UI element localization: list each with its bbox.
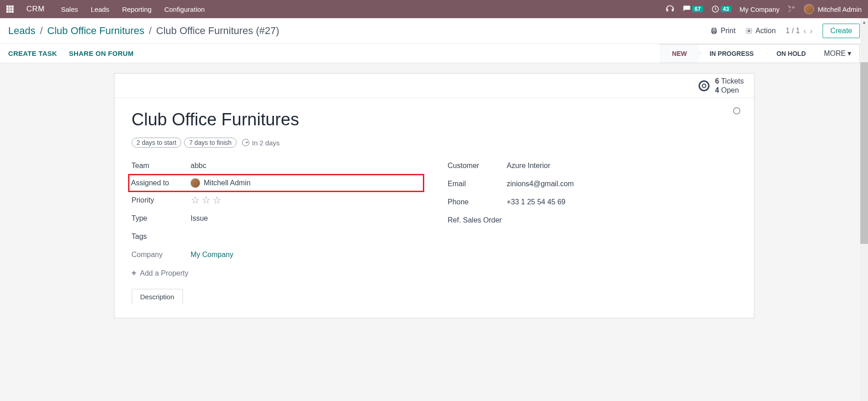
breadcrumb-mid[interactable]: Club Office Furnitures — [47, 25, 144, 37]
due-text: In 2 days — [252, 139, 280, 147]
left-column: Team abbc Assigned to Mitchell Admin Pri… — [132, 157, 421, 278]
star-icon[interactable]: ☆ — [191, 194, 200, 206]
apps-icon[interactable] — [6, 5, 14, 13]
pager: 1 / 1 ‹ › — [786, 26, 813, 36]
kanban-state-dot[interactable] — [733, 107, 740, 114]
brand[interactable]: CRM — [26, 5, 45, 14]
content: 6 Tickets 4 Open Club Office Furnitures … — [0, 63, 868, 328]
caret-down-icon: ▾ — [848, 49, 851, 58]
team-value[interactable]: abbc — [191, 162, 207, 170]
print-button[interactable]: Print — [710, 27, 735, 35]
nav-sales[interactable]: Sales — [61, 5, 78, 13]
team-label: Team — [132, 162, 191, 170]
phone-icon[interactable] — [665, 5, 675, 14]
timing-row: 2 days to start 7 days to finish In 2 da… — [132, 138, 737, 148]
field-email: Email zinions4@gmail.com — [448, 175, 737, 193]
user-menu[interactable]: Mitchell Admin — [804, 4, 862, 14]
phone-label: Phone — [448, 198, 507, 206]
company-selector[interactable]: My Company — [739, 5, 779, 13]
tags-label: Tags — [132, 233, 191, 241]
field-type: Type Issue — [132, 209, 421, 228]
field-tags: Tags — [132, 228, 421, 246]
avatar-icon — [804, 4, 814, 14]
chat-badge: 67 — [692, 6, 703, 12]
chip-days-to-start[interactable]: 2 days to start — [132, 138, 182, 148]
header-right: Print Action 1 / 1 ‹ › Create — [710, 24, 860, 38]
star-icon[interactable]: ☆ — [213, 194, 222, 206]
field-columns: Team abbc Assigned to Mitchell Admin Pri… — [132, 157, 737, 278]
topbar-right: 67 43 My Company Mitchell Admin — [665, 4, 862, 14]
breadcrumb: Leads / Club Office Furnitures / Club Of… — [8, 25, 279, 37]
clock-badge: 43 — [721, 6, 731, 12]
top-nav: Sales Leads Reporting Configuration — [61, 5, 205, 13]
clock-icon — [242, 139, 249, 146]
action-button[interactable]: Action — [745, 27, 775, 35]
scroll-thumb[interactable] — [860, 62, 868, 244]
type-value[interactable]: Issue — [191, 214, 208, 223]
tabs: Description — [132, 289, 737, 304]
assignee-name: Mitchell Admin — [204, 179, 251, 187]
clock-icon[interactable]: 43 — [711, 5, 731, 13]
stage-in-progress[interactable]: IN PROGRESS — [697, 44, 764, 63]
assigned-label: Assigned to — [131, 179, 190, 187]
pager-prev[interactable]: ‹ — [804, 26, 806, 36]
topbar-left: CRM Sales Leads Reporting Configuration — [6, 5, 205, 14]
tools-icon[interactable] — [788, 5, 796, 13]
assignee-avatar-icon — [190, 178, 200, 188]
record-title[interactable]: Club Office Furnitures — [132, 110, 737, 129]
topbar: CRM Sales Leads Reporting Configuration … — [0, 0, 868, 18]
pager-next[interactable]: › — [810, 26, 813, 36]
create-task-button[interactable]: CREATE TASK — [8, 50, 57, 57]
assigned-value[interactable]: Mitchell Admin — [190, 178, 251, 188]
priority-label: Priority — [132, 196, 191, 204]
chip-days-to-finish[interactable]: 7 days to finish — [184, 138, 236, 148]
pager-value: 1 / 1 — [786, 27, 800, 35]
stage-new[interactable]: NEW — [660, 44, 697, 63]
user-name: Mitchell Admin — [818, 5, 862, 13]
form-sheet: 6 Tickets 4 Open Club Office Furnitures … — [114, 73, 754, 318]
stage-more[interactable]: MORE▾ — [816, 44, 860, 63]
field-team: Team abbc — [132, 157, 421, 175]
sheet-top: 6 Tickets 4 Open — [114, 74, 754, 98]
action-bar: CREATE TASK SHARE ON FORUM NEW IN PROGRE… — [0, 44, 868, 63]
sheet-body: Club Office Furnitures 2 days to start 7… — [114, 98, 754, 318]
svg-point-4 — [748, 30, 750, 32]
breadcrumb-sep: / — [40, 25, 43, 37]
type-label: Type — [132, 214, 191, 223]
field-customer: Customer Azure Interior — [448, 157, 737, 175]
right-column: Customer Azure Interior Email zinions4@g… — [448, 157, 737, 278]
tab-description[interactable]: Description — [132, 289, 183, 304]
plus-icon: + — [132, 268, 137, 278]
field-priority: Priority ☆ ☆ ☆ — [132, 191, 421, 209]
ref-label: Ref. Sales Order — [448, 216, 521, 224]
breadcrumb-sep: / — [149, 25, 152, 37]
customer-value[interactable]: Azure Interior — [507, 162, 551, 170]
company-value[interactable]: My Company — [191, 251, 233, 259]
tickets-text: 6 Tickets 4 Open — [715, 77, 744, 94]
stage-on-hold[interactable]: ON HOLD — [764, 44, 816, 63]
scrollbar[interactable]: ▴ — [860, 18, 868, 328]
scroll-up-icon[interactable]: ▴ — [860, 18, 868, 26]
company-label: Company — [132, 251, 191, 259]
breadcrumb-root[interactable]: Leads — [8, 25, 35, 37]
field-company: Company My Company — [132, 246, 421, 264]
star-icon[interactable]: ☆ — [202, 194, 211, 206]
breadcrumb-current: Club Office Furnitures (#27) — [156, 25, 279, 37]
nav-leads[interactable]: Leads — [91, 5, 109, 13]
field-phone: Phone +33 1 25 54 45 69 — [448, 193, 737, 211]
action-links: CREATE TASK SHARE ON FORUM — [8, 50, 134, 57]
email-value[interactable]: zinions4@gmail.com — [507, 180, 574, 188]
nav-configuration[interactable]: Configuration — [164, 5, 205, 13]
chat-icon[interactable]: 67 — [683, 5, 703, 13]
nav-reporting[interactable]: Reporting — [122, 5, 152, 13]
add-property-button[interactable]: + Add a Property — [132, 268, 421, 278]
priority-stars[interactable]: ☆ ☆ ☆ — [191, 194, 222, 206]
field-ref-sales-order: Ref. Sales Order — [448, 211, 737, 229]
stage-bar: NEW IN PROGRESS ON HOLD MORE▾ — [660, 44, 860, 63]
field-assigned-to: Assigned to Mitchell Admin — [128, 174, 424, 192]
lifebuoy-icon — [699, 80, 709, 91]
create-button[interactable]: Create — [823, 24, 860, 38]
phone-value[interactable]: +33 1 25 54 45 69 — [507, 198, 565, 206]
share-forum-button[interactable]: SHARE ON FORUM — [69, 50, 134, 57]
tickets-button[interactable]: 6 Tickets 4 Open — [699, 77, 744, 94]
